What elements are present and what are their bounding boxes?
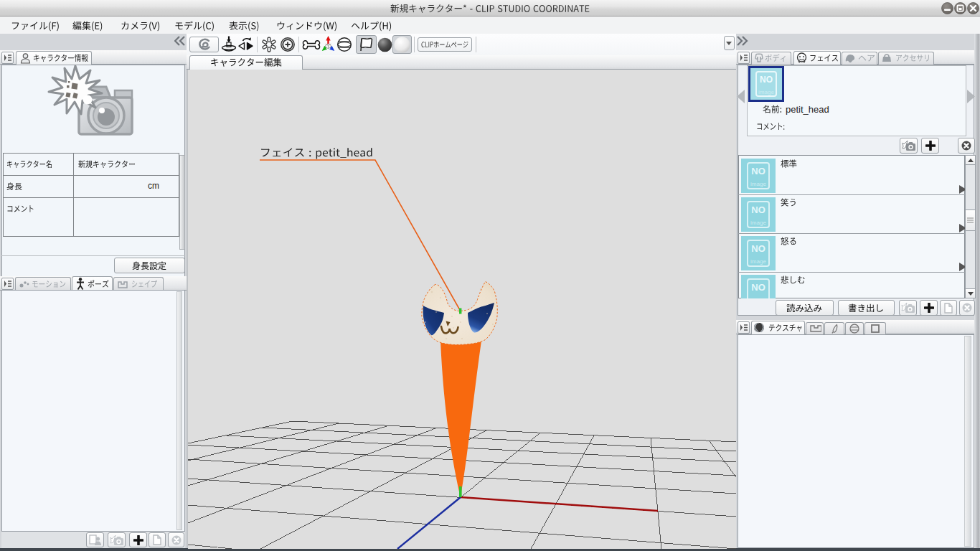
svg-text:image: image xyxy=(758,89,774,95)
svg-text:image: image xyxy=(750,297,766,298)
svg-text:image: image xyxy=(750,181,766,187)
svg-text:NO: NO xyxy=(760,75,773,85)
svg-text:image: image xyxy=(750,258,766,265)
svg-text:NO: NO xyxy=(751,204,765,215)
svg-text:NO: NO xyxy=(751,282,765,293)
svg-text:NO: NO xyxy=(751,243,765,254)
svg-text:image: image xyxy=(750,220,766,226)
svg-text:NO: NO xyxy=(751,166,765,176)
